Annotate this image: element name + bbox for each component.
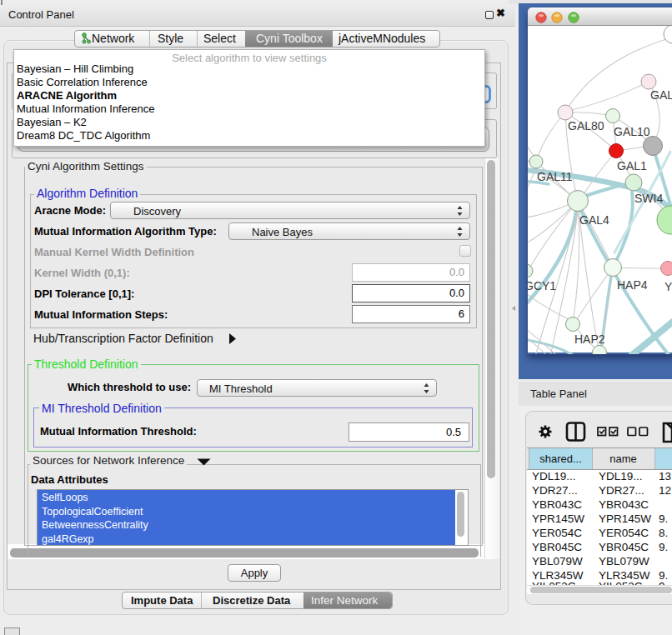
svg-text:GCY1: GCY1 [528, 279, 556, 292]
svg-text:GAL2: GAL2 [650, 88, 672, 102]
svg-text:GAL11: GAL11 [537, 170, 573, 183]
svg-text:GAL80: GAL80 [568, 119, 604, 132]
svg-text:GAL1: GAL1 [617, 159, 647, 172]
svg-text:SWI4: SWI4 [634, 192, 663, 205]
svg-text:HAP4: HAP4 [617, 278, 648, 292]
svg-text:HAP2: HAP2 [574, 332, 605, 346]
svg-text:GAL4: GAL4 [579, 213, 609, 227]
svg-text:GAL10: GAL10 [614, 125, 650, 138]
svg-text:YKL: YKL [664, 280, 672, 293]
